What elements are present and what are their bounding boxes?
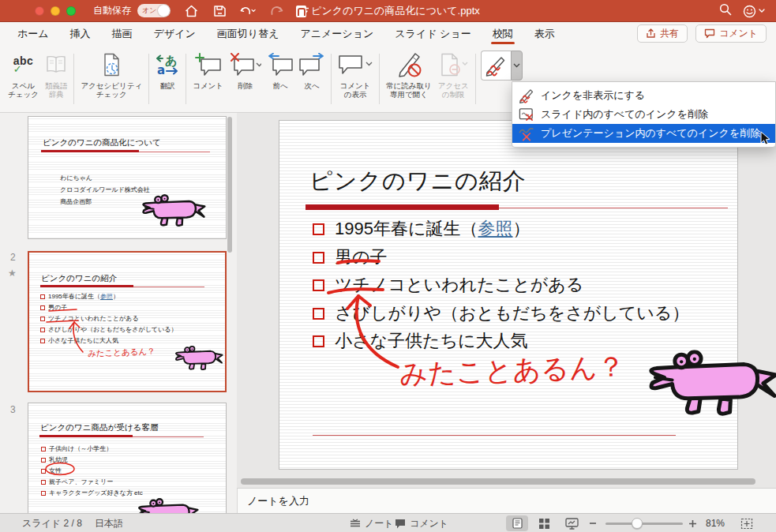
close-window-button[interactable] <box>35 6 44 16</box>
slide-thumbnail-1[interactable]: ピンクのワニの商品化について わにちゃん クロコダイルワールド株式会社 商品企画… <box>28 116 227 239</box>
tab-transitions[interactable]: 画面切り替え <box>217 22 279 46</box>
thumbnail-ink-note: みたことあるん？ <box>88 347 156 360</box>
previous-comment-button[interactable]: 前へ <box>264 49 296 111</box>
slide-editor-area: ピンクのワニの紹介 1995年春に誕生（参照） 男の子 ツチノコといわれたことが… <box>237 113 776 488</box>
spell-check-icon: abc ✓ <box>13 51 34 79</box>
plus-icon <box>688 519 697 528</box>
slide-bullet-2[interactable]: 男の子 <box>313 245 388 269</box>
delete-comment-button[interactable]: 削除 <box>227 49 264 111</box>
tab-draw[interactable]: 描画 <box>112 22 133 46</box>
slide-bullet-4[interactable]: さびしがりや（おともだちをさがしている） <box>313 302 689 325</box>
window-title: ピンクのワニの商品化について.pptx <box>311 4 480 18</box>
search-icon[interactable] <box>719 3 732 19</box>
autosave-state: オン <box>142 6 156 16</box>
hide-ink-icon <box>519 88 534 103</box>
svg-text:あ: あ <box>165 54 177 68</box>
slide-title[interactable]: ピンクのワニの紹介 <box>309 166 527 197</box>
bullet-checkbox <box>313 223 324 235</box>
next-comment-button[interactable]: 次へ <box>296 49 328 111</box>
menu-item-delete-slide-ink[interactable]: スライド内のすべてのインクを削除 <box>512 105 775 124</box>
normal-view-button[interactable] <box>506 515 528 531</box>
slideshow-view-button[interactable] <box>560 515 583 531</box>
accessibility-check-button[interactable]: アクセシビリティ チェック <box>77 49 145 111</box>
show-comments-icon <box>338 51 373 79</box>
zoom-slider-knob[interactable] <box>632 518 643 529</box>
show-comments-button[interactable]: コメント の表示 <box>335 49 376 111</box>
restrict-access-button[interactable]: アクセス の制限 <box>435 49 472 111</box>
tab-insert[interactable]: 挿入 <box>70 22 91 46</box>
redo-icon[interactable] <box>268 3 284 19</box>
save-icon[interactable] <box>212 3 227 19</box>
pink-crocodile-drawing <box>137 498 199 513</box>
previous-comment-icon <box>268 51 293 79</box>
translate-button[interactable]: あ a 翻訳 <box>152 49 182 111</box>
slide-bullet-5[interactable]: 小さな子供たちに大人気 <box>313 329 528 353</box>
home-icon[interactable] <box>183 3 199 19</box>
language-indicator[interactable]: 日本語 <box>95 514 123 532</box>
tab-animations[interactable]: アニメーション <box>300 22 373 46</box>
slide-thumbnail-3[interactable]: ピンクのワニ商品が受ける客層 子供向け（～小学生） 乳幼児 女性 親子ペア、ファ… <box>28 403 227 513</box>
slide-sorter-view-button[interactable] <box>534 515 554 531</box>
undo-icon[interactable] <box>240 3 256 19</box>
status-bar: スライド 2 / 8 日本語 ノート コメント 81% <box>0 513 776 532</box>
menu-item-delete-presentation-ink[interactable]: プレゼンテーション内のすべてのインクを削除 <box>512 124 775 143</box>
window-controls <box>35 6 76 16</box>
toggle-knob <box>158 5 170 17</box>
zoom-level[interactable]: 81% <box>706 514 725 532</box>
always-open-read-only-button[interactable]: 常に読み取り 専用で開く <box>383 49 435 111</box>
fit-slide-to-window-button[interactable] <box>740 514 753 532</box>
restrict-access-icon <box>438 51 468 79</box>
comment-icon <box>704 28 715 39</box>
tab-home[interactable]: ホーム <box>17 22 49 46</box>
slide-2-animation-star: ★ <box>8 268 17 279</box>
slide-bullet-1[interactable]: 1995年春に誕生（参照） <box>313 217 530 241</box>
autosave-toggle[interactable]: オン <box>137 4 171 17</box>
share-button[interactable]: 共有 <box>637 24 688 43</box>
read-only-pencil-icon <box>395 51 422 79</box>
zoom-window-button[interactable] <box>66 6 76 16</box>
horizontal-scrollbar[interactable] <box>241 478 755 485</box>
minus-icon <box>589 519 597 527</box>
ribbon-tab-row: ホーム 挿入 描画 デザイン 画面切り替え アニメーション スライド ショー 校… <box>0 22 776 46</box>
notes-pane[interactable]: ノートを入力 <box>237 488 776 513</box>
translate-icon: あ a <box>156 51 179 79</box>
minimize-window-button[interactable] <box>51 6 60 16</box>
slide-bullet-3[interactable]: ツチノコといわれたことがある <box>313 273 583 297</box>
tab-view[interactable]: 表示 <box>534 22 555 46</box>
sidebar-scrollbar[interactable] <box>227 117 232 253</box>
ink-dropdown-button[interactable] <box>511 51 523 81</box>
tab-review[interactable]: 校閲 <box>493 22 513 46</box>
delete-slide-ink-icon <box>519 107 534 122</box>
menu-item-hide-ink[interactable]: インクを非表示にする <box>512 86 775 105</box>
slide-3-number: 3 <box>10 404 16 415</box>
spell-check-button[interactable]: abc ✓ スペル チェック <box>5 49 42 111</box>
ink-dropdown-menu: インクを非表示にする スライド内のすべてのインクを削除 プレゼンテーション内のす… <box>512 81 776 148</box>
account-smiley-icon[interactable] <box>743 5 765 18</box>
pink-crocodile-drawing <box>141 194 206 230</box>
slide-sorter-icon <box>538 518 550 530</box>
slide-thumbnail-2[interactable]: ピンクのワニの紹介 1995年春に誕生（参照） 男の子 ツチノコといわれたことが… <box>28 251 227 392</box>
reference-link[interactable]: 参照 <box>478 219 512 238</box>
comments-toggle[interactable]: コメント <box>395 514 448 532</box>
zoom-slider-track[interactable] <box>605 523 683 525</box>
slide-counter: スライド 2 / 8 <box>22 514 82 532</box>
thesaurus-button[interactable]: 類義語 辞典 <box>42 49 71 111</box>
tab-slideshow[interactable]: スライド ショー <box>395 22 470 46</box>
bullet-checkbox <box>313 279 324 291</box>
zoom-in-button[interactable] <box>688 514 697 532</box>
titlebar: 自動保存 オン ピンクのワニの商品化について.pptx <box>0 0 776 22</box>
slide-2-number: 2 <box>10 252 16 263</box>
bullet-checkbox <box>313 335 324 347</box>
zoom-out-button[interactable] <box>589 514 597 532</box>
accessibility-check-icon <box>100 51 122 79</box>
tab-design[interactable]: デザイン <box>154 22 196 46</box>
quick-access-menu-icon[interactable] <box>297 3 313 19</box>
new-comment-button[interactable]: コメント <box>189 49 227 111</box>
normal-view-icon <box>512 518 523 529</box>
notes-toggle[interactable]: ノート <box>350 514 394 532</box>
slide-thumbnail-panel: ピンクのワニの商品化について わにちゃん クロコダイルワールド株式会社 商品企画… <box>0 113 237 513</box>
comments-button[interactable]: コメント <box>695 24 767 43</box>
hide-ink-button[interactable] <box>481 51 511 81</box>
slide-footer-line <box>313 435 676 436</box>
ink-handwriting-note: みたことあるん？ <box>399 348 625 393</box>
